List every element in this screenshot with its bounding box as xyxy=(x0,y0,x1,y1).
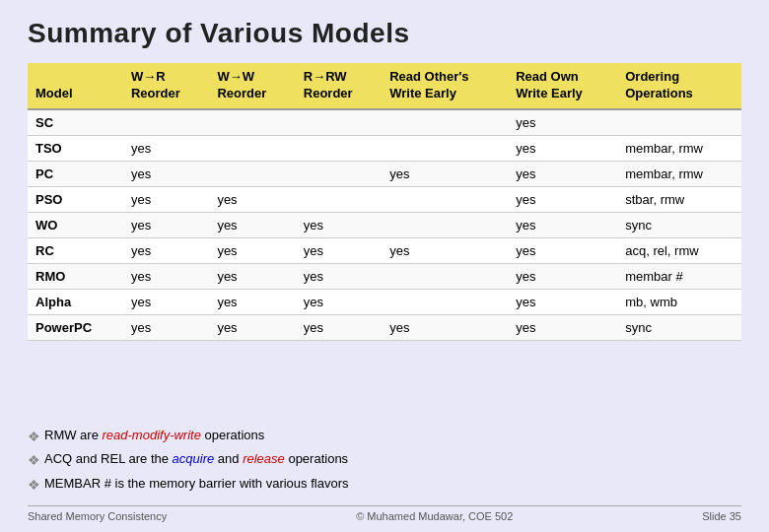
cell-ww: yes xyxy=(209,237,295,263)
cell-ord: mb, wmb xyxy=(617,289,741,314)
footer-bar: Shared Memory Consistency © Muhamed Muda… xyxy=(28,505,741,522)
cell-row xyxy=(382,263,508,289)
cell-row xyxy=(382,109,508,136)
cell-ww: yes xyxy=(209,314,295,340)
cell-row xyxy=(382,212,508,237)
cell-wr: yes xyxy=(123,314,209,340)
cell-row xyxy=(382,135,508,161)
col-rrw: R→RWReorder xyxy=(296,63,382,109)
col-ord: OrderingOperations xyxy=(617,63,741,109)
cell-rrw: yes xyxy=(296,237,382,263)
cell-roo: yes xyxy=(508,289,617,314)
cell-roo: yes xyxy=(508,109,617,136)
cell-model: PSO xyxy=(28,186,123,212)
cell-wr: yes xyxy=(123,289,209,314)
slide-title: Summary of Various Models xyxy=(28,18,741,49)
table-row: WOyesyesyesyessync xyxy=(28,212,741,237)
footer-right: Slide 35 xyxy=(702,510,741,522)
col-row: Read Other'sWrite Early xyxy=(382,63,508,109)
footer-notes: ❖ RMW are read-modify-write operations ❖… xyxy=(28,425,741,498)
bullet-icon-2: ❖ xyxy=(28,449,40,473)
cell-ord: membar, rmw xyxy=(617,135,741,161)
note-2-highlight1: acquire xyxy=(173,451,215,466)
table-row: RCyesyesyesyesyesacq, rel, rmw xyxy=(28,237,741,263)
cell-rrw xyxy=(296,109,382,136)
table-row: PowerPCyesyesyesyesyessync xyxy=(28,314,741,340)
cell-row: yes xyxy=(382,237,508,263)
cell-rrw xyxy=(296,161,382,186)
table-row: SCyes xyxy=(28,109,741,136)
table-row: Alphayesyesyesyesmb, wmb xyxy=(28,289,741,314)
cell-rrw: yes xyxy=(296,314,382,340)
cell-row xyxy=(382,186,508,212)
table-header-row: Model W→RReorder W→WReorder R→RWReorder … xyxy=(28,63,741,109)
col-roo: Read OwnWrite Early xyxy=(508,63,617,109)
cell-ord: sync xyxy=(617,314,741,340)
cell-roo: yes xyxy=(508,263,617,289)
cell-roo: yes xyxy=(508,237,617,263)
cell-model: WO xyxy=(28,212,123,237)
cell-roo: yes xyxy=(508,135,617,161)
bullet-icon-3: ❖ xyxy=(28,474,40,498)
cell-row xyxy=(382,289,508,314)
footer-left: Shared Memory Consistency xyxy=(28,510,167,522)
table-row: PSOyesyesyesstbar, rmw xyxy=(28,186,741,212)
cell-ord xyxy=(617,109,741,136)
table-wrapper: Model W→RReorder W→WReorder R→RWReorder … xyxy=(28,63,741,415)
cell-model: RMO xyxy=(28,263,123,289)
note-1-highlight: read-modify-write xyxy=(103,428,201,442)
cell-wr: yes xyxy=(123,135,209,161)
cell-model: TSO xyxy=(28,135,123,161)
cell-model: RC xyxy=(28,237,123,263)
note-2-highlight2: release xyxy=(243,451,285,466)
bullet-icon-1: ❖ xyxy=(28,426,40,449)
cell-ww: yes xyxy=(209,263,295,289)
cell-rrw: yes xyxy=(296,289,382,314)
cell-wr: yes xyxy=(123,263,209,289)
models-table: Model W→RReorder W→WReorder R→RWReorder … xyxy=(28,63,741,341)
footer-center: © Muhamed Mudawar, COE 502 xyxy=(356,510,513,522)
cell-ww xyxy=(209,161,295,186)
cell-wr: yes xyxy=(123,186,209,212)
note-2-text: ACQ and REL are the acquire and release … xyxy=(44,448,348,470)
cell-ww: yes xyxy=(209,289,295,314)
col-ww: W→WReorder xyxy=(209,63,295,109)
cell-roo: yes xyxy=(508,161,617,186)
cell-ord: membar, rmw xyxy=(617,161,741,186)
cell-ww: yes xyxy=(209,186,295,212)
cell-row: yes xyxy=(382,314,508,340)
cell-ord: sync xyxy=(617,212,741,237)
cell-rrw: yes xyxy=(296,263,382,289)
cell-row: yes xyxy=(382,161,508,186)
cell-ww xyxy=(209,135,295,161)
cell-roo: yes xyxy=(508,314,617,340)
note-3: ❖ MEMBAR # is the memory barrier with va… xyxy=(28,473,741,498)
cell-ww xyxy=(209,109,295,136)
cell-wr: yes xyxy=(123,212,209,237)
col-model: Model xyxy=(28,63,123,109)
note-3-text: MEMBAR # is the memory barrier with vari… xyxy=(44,473,348,495)
table-row: TSOyesyesmembar, rmw xyxy=(28,135,741,161)
cell-ord: acq, rel, rmw xyxy=(617,237,741,263)
cell-rrw: yes xyxy=(296,212,382,237)
cell-rrw xyxy=(296,135,382,161)
note-1-text: RMW are read-modify-write operations xyxy=(44,425,264,446)
cell-ord: stbar, rmw xyxy=(617,186,741,212)
cell-rrw xyxy=(296,186,382,212)
cell-ww: yes xyxy=(209,212,295,237)
col-wr: W→RReorder xyxy=(123,63,209,109)
cell-model: SC xyxy=(28,109,123,136)
table-row: RMOyesyesyesyesmembar # xyxy=(28,263,741,289)
cell-wr xyxy=(123,109,209,136)
note-1: ❖ RMW are read-modify-write operations xyxy=(28,425,741,449)
cell-roo: yes xyxy=(508,212,617,237)
cell-model: PowerPC xyxy=(28,314,123,340)
note-2: ❖ ACQ and REL are the acquire and releas… xyxy=(28,448,741,473)
cell-roo: yes xyxy=(508,186,617,212)
cell-model: PC xyxy=(28,161,123,186)
table-row: PCyesyesyesmembar, rmw xyxy=(28,161,741,186)
cell-model: Alpha xyxy=(28,289,123,314)
table-body: SCyesTSOyesyesmembar, rmwPCyesyesyesmemb… xyxy=(28,109,741,341)
cell-wr: yes xyxy=(123,161,209,186)
cell-ord: membar # xyxy=(617,263,741,289)
